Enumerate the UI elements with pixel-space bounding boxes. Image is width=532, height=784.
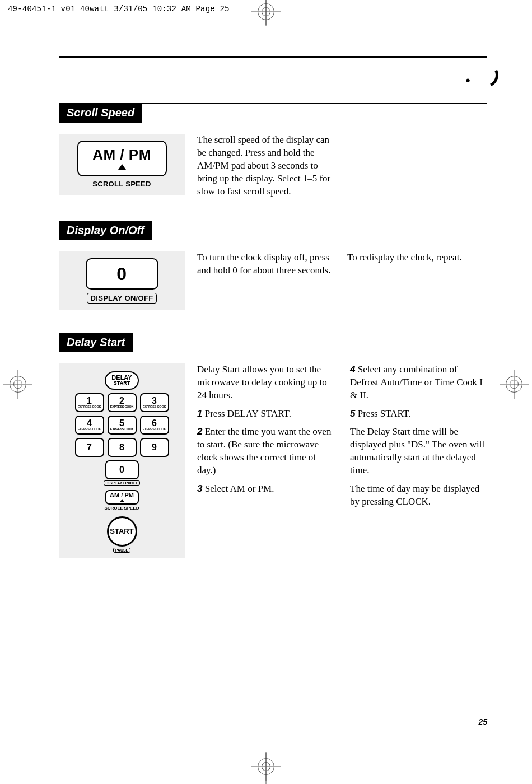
key-6: 6EXPRESS COOK — [140, 416, 169, 435]
display-onoff-caption: DISPLAY ON/OFF — [87, 293, 157, 304]
up-arrow-icon — [118, 164, 126, 170]
section-heading-scroll: Scroll Speed — [59, 104, 142, 123]
registration-mark-left — [3, 370, 32, 399]
key-5: 5EXPRESS COOK — [108, 416, 137, 435]
step-4-number: 4 — [350, 364, 355, 375]
zero-button-label: 0 — [97, 265, 147, 283]
key-2: 2EXPRESS COOK — [108, 393, 137, 412]
ampm-small-button: AM / PM — [105, 490, 139, 505]
step-5-text: Press START. — [358, 408, 411, 419]
pause-small-caption: PAUSE — [113, 548, 131, 553]
step-1-text: Press DELAY START. — [205, 408, 291, 419]
step-1-number: 1 — [197, 408, 202, 419]
section-display-onoff: Display On/Off — [59, 221, 487, 240]
key-0: 0 — [105, 460, 139, 479]
step-3-number: 3 — [197, 483, 202, 494]
print-file-header: 49-40451-1 v01 40watt 3/31/05 10:32 AM P… — [8, 4, 230, 13]
key-3: 3EXPRESS COOK — [140, 393, 169, 412]
key-9: 9 — [140, 438, 169, 457]
section-scroll-speed: Scroll Speed — [59, 103, 487, 123]
display-redisplay-paragraph: To redisplay the clock, repeat. — [347, 251, 482, 277]
up-arrow-small-icon — [120, 499, 124, 502]
key-4: 4EXPRESS COOK — [75, 416, 104, 435]
display-off-paragraph: To turn the clock display off, press and… — [197, 251, 332, 277]
delay-start-pill: DELAYSTART — [105, 371, 138, 390]
step-4-text: Select any combination of Defrost Auto/T… — [350, 364, 483, 400]
ampm-button-label: AM / PM — [88, 147, 156, 162]
start-circle-button: START — [107, 516, 137, 547]
page-content: Scroll Speed AM / PM SCROLL SPEED The sc… — [59, 56, 487, 581]
step-5-number: 5 — [350, 408, 355, 419]
section-delay-start: Delay Start — [59, 333, 487, 352]
step-2-number: 2 — [197, 426, 202, 437]
delay-tail-paragraph-1: The Delay Start time will be displayed p… — [350, 426, 487, 477]
step-3-text: Select AM or PM. — [205, 483, 274, 494]
registration-mark-right — [500, 370, 529, 399]
step-2-text: Enter the time you want the oven to star… — [197, 426, 331, 475]
display-onoff-illustration: 0 DISPLAY ON/OFF — [59, 251, 185, 310]
key-1: 1EXPRESS COOK — [75, 393, 104, 412]
registration-mark-top — [251, 0, 281, 26]
top-rule — [59, 56, 487, 58]
scroll-speed-paragraph: The scroll speed of the display can be c… — [197, 134, 332, 198]
section-heading-delay: Delay Start — [59, 333, 133, 352]
scroll-speed-small-caption: SCROLL SPEED — [104, 506, 139, 511]
scroll-speed-caption: SCROLL SPEED — [92, 180, 151, 188]
page-number: 25 — [478, 717, 487, 726]
delay-start-keypad-illustration: DELAYSTART 1EXPRESS COOK 2EXPRESS COOK 3… — [59, 363, 185, 558]
delay-intro-paragraph: Delay Start allows you to set the microw… — [197, 363, 334, 402]
display-onoff-small-caption: DISPLAY ON/OFF — [104, 480, 141, 486]
scroll-speed-illustration: AM / PM SCROLL SPEED — [59, 134, 185, 195]
registration-mark-bottom — [251, 752, 281, 781]
key-8: 8 — [108, 438, 137, 457]
key-7: 7 — [75, 438, 104, 457]
section-heading-display: Display On/Off — [59, 221, 152, 240]
delay-tail-paragraph-2: The time of day may be displayed by pres… — [350, 483, 487, 508]
